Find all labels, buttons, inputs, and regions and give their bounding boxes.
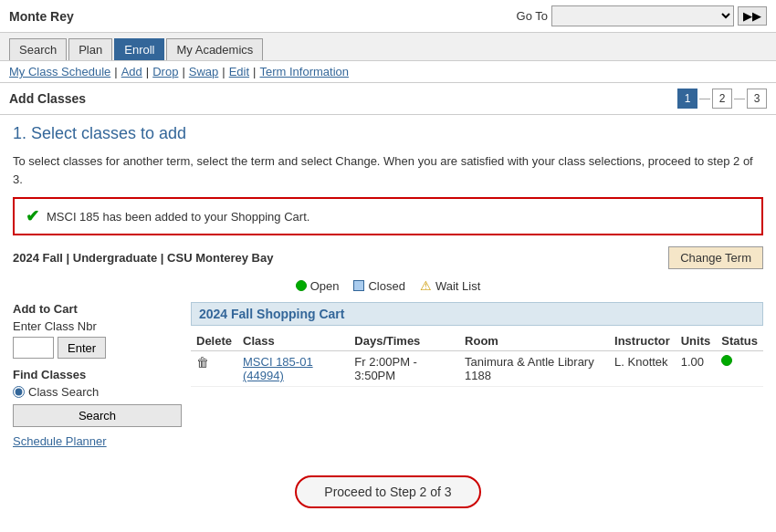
success-message: MSCI 185 has been added to your Shopping… bbox=[47, 210, 309, 224]
tab-plan[interactable]: Plan bbox=[68, 38, 112, 60]
col-status: Status bbox=[716, 331, 763, 351]
step-1: 1 bbox=[677, 89, 697, 109]
table-row: 🗑 MSCI 185-01 (44994) Fr 2:00PM - 3:50PM… bbox=[191, 351, 763, 387]
cart-title: 2024 Fall Shopping Cart bbox=[191, 302, 763, 326]
cell-days-times: Fr 2:00PM - 3:50PM bbox=[349, 351, 459, 387]
find-classes-label: Find Classes bbox=[13, 368, 182, 381]
cell-instructor: L. Knottek bbox=[609, 351, 676, 387]
instructions: To select classes for another term, sele… bbox=[13, 152, 763, 188]
closed-label: Closed bbox=[368, 279, 404, 293]
col-instructor: Instructor bbox=[609, 331, 676, 351]
tab-search[interactable]: Search bbox=[9, 38, 67, 60]
step-3: 3 bbox=[747, 89, 767, 109]
closed-dot-icon bbox=[353, 280, 364, 291]
tab-enroll[interactable]: Enroll bbox=[114, 38, 164, 60]
add-to-cart-label: Add to Cart bbox=[13, 302, 182, 316]
col-days-times: Days/Times bbox=[349, 331, 459, 351]
step-2: 2 bbox=[712, 89, 732, 109]
col-class: Class bbox=[237, 331, 349, 351]
success-box: ✔ MSCI 185 has been added to your Shoppi… bbox=[13, 197, 763, 235]
proceed-button[interactable]: Proceed to Step 2 of 3 bbox=[295, 475, 480, 508]
cell-units: 1.00 bbox=[676, 351, 717, 387]
cell-status bbox=[716, 351, 763, 387]
goto-label: Go To bbox=[517, 9, 548, 23]
term-label: 2024 Fall | Undergraduate | CSU Monterey… bbox=[13, 251, 273, 265]
cell-delete: 🗑 bbox=[191, 351, 237, 387]
goto-select[interactable] bbox=[551, 5, 734, 26]
subnav-edit[interactable]: Edit bbox=[229, 65, 249, 78]
waitlist-label: Wait List bbox=[435, 279, 480, 293]
legend-open: Open bbox=[296, 279, 340, 293]
class-link[interactable]: MSCI 185-01 (44994) bbox=[243, 355, 313, 382]
legend-closed: Closed bbox=[353, 279, 404, 293]
steps-indicator: 1 — 2 — 3 bbox=[677, 89, 767, 109]
class-nbr-input[interactable] bbox=[13, 337, 54, 359]
nav-tabs: Search Plan Enroll My Academics bbox=[0, 33, 776, 61]
col-delete: Delete bbox=[191, 331, 237, 351]
subnav-my-class-schedule[interactable]: My Class Schedule bbox=[9, 65, 110, 78]
app-title: Monte Rey bbox=[9, 9, 74, 24]
open-dot-icon bbox=[296, 280, 307, 291]
cell-room: Tanimura & Antle Library 1188 bbox=[459, 351, 609, 387]
waitlist-icon: ⚠ bbox=[420, 278, 432, 293]
open-label: Open bbox=[310, 279, 340, 293]
cart-table: Delete Class Days/Times Room Instructor … bbox=[191, 331, 763, 387]
main-content: 1. Select classes to add To select class… bbox=[0, 115, 776, 457]
legend-row: Open Closed ⚠ Wait List bbox=[13, 278, 763, 293]
enter-row: Enter bbox=[13, 337, 182, 359]
top-bar: Monte Rey Go To ▶▶ bbox=[0, 0, 776, 33]
schedule-planner-link[interactable]: Schedule Planner bbox=[13, 434, 107, 448]
col-units: Units bbox=[676, 331, 717, 351]
page-title: Add Classes bbox=[9, 91, 86, 106]
subnav-term-information[interactable]: Term Information bbox=[260, 65, 350, 78]
enter-class-nbr-label: Enter Class Nbr bbox=[13, 319, 182, 333]
search-button[interactable]: Search bbox=[13, 404, 182, 427]
col-room: Room bbox=[459, 331, 609, 351]
legend-waitlist: ⚠ Wait List bbox=[420, 278, 480, 293]
status-open-icon bbox=[721, 355, 732, 366]
checkmark-icon: ✔ bbox=[26, 206, 39, 226]
tab-my-academics[interactable]: My Academics bbox=[166, 38, 263, 60]
class-search-label: Class Search bbox=[28, 385, 99, 399]
class-search-radio[interactable] bbox=[13, 386, 25, 398]
two-col-layout: Add to Cart Enter Class Nbr Enter Find C… bbox=[13, 302, 763, 448]
section-title: 1. Select classes to add bbox=[13, 124, 763, 143]
change-term-button[interactable]: Change Term bbox=[668, 246, 763, 269]
class-search-radio-row: Class Search bbox=[13, 385, 182, 399]
cell-class: MSCI 185-01 (44994) bbox=[237, 351, 349, 387]
subnav-add[interactable]: Add bbox=[121, 65, 142, 78]
term-row: 2024 Fall | Undergraduate | CSU Monterey… bbox=[13, 246, 763, 269]
sub-nav: My Class Schedule | Add | Drop | Swap | … bbox=[0, 61, 776, 83]
subnav-drop[interactable]: Drop bbox=[152, 65, 178, 78]
subnav-swap[interactable]: Swap bbox=[189, 65, 219, 78]
enter-button[interactable]: Enter bbox=[58, 337, 106, 359]
proceed-container: Proceed to Step 2 of 3 bbox=[0, 457, 776, 517]
goto-button[interactable]: ▶▶ bbox=[738, 6, 767, 26]
goto-container: Go To ▶▶ bbox=[517, 5, 767, 26]
right-panel: 2024 Fall Shopping Cart Delete Class Day… bbox=[191, 302, 763, 448]
left-panel: Add to Cart Enter Class Nbr Enter Find C… bbox=[13, 302, 182, 448]
page-header: Add Classes 1 — 2 — 3 bbox=[0, 83, 776, 115]
delete-icon[interactable]: 🗑 bbox=[196, 355, 209, 370]
